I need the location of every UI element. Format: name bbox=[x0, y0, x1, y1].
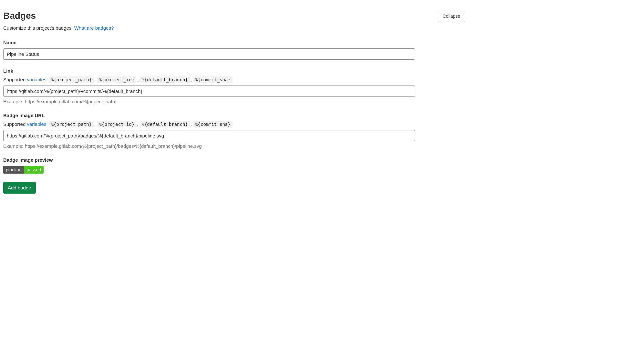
var-project-path: %{project_path} bbox=[49, 121, 94, 127]
var-default-branch: %{default_branch} bbox=[140, 76, 190, 83]
description-text: Customize this project's badges. bbox=[3, 25, 74, 31]
collapse-button[interactable]: Collapse bbox=[438, 11, 465, 22]
what-are-badges-link[interactable]: What are badges? bbox=[74, 25, 114, 31]
link-supported-variables: Supported variables: %{project_path}, %{… bbox=[3, 77, 415, 82]
name-label: Name bbox=[3, 40, 415, 45]
link-label: Link bbox=[3, 68, 415, 74]
var-project-id: %{project_id} bbox=[97, 121, 137, 127]
var-project-id: %{project_id} bbox=[97, 76, 137, 83]
section-description: Customize this project's badges. What ar… bbox=[3, 25, 465, 31]
badge-preview-left: pipeline bbox=[3, 166, 24, 174]
add-badge-button[interactable]: Add badge bbox=[3, 182, 36, 194]
image-url-label: Badge image URL bbox=[3, 113, 415, 118]
var-commit-sha: %{commit_sha} bbox=[193, 121, 233, 127]
preview-label: Badge image preview bbox=[3, 157, 415, 163]
var-project-path: %{project_path} bbox=[49, 76, 94, 83]
image-url-supported-variables: Supported variables: %{project_path}, %{… bbox=[3, 121, 415, 127]
section-title: Badges bbox=[3, 11, 36, 21]
image-url-input[interactable] bbox=[3, 130, 415, 141]
image-url-variables-link[interactable]: variables bbox=[27, 121, 46, 127]
badge-preview-right: passed bbox=[24, 166, 44, 174]
name-input[interactable] bbox=[3, 48, 415, 60]
image-url-example: Example: https://example.gitlab.com/%{pr… bbox=[3, 143, 415, 149]
var-default-branch: %{default_branch} bbox=[140, 121, 190, 127]
link-example: Example: https://example.gitlab.com/%{pr… bbox=[3, 99, 415, 104]
badge-preview: pipeline passed bbox=[3, 166, 44, 174]
link-input[interactable] bbox=[3, 86, 415, 97]
var-commit-sha: %{commit_sha} bbox=[193, 76, 233, 83]
link-variables-link[interactable]: variables bbox=[27, 77, 46, 82]
